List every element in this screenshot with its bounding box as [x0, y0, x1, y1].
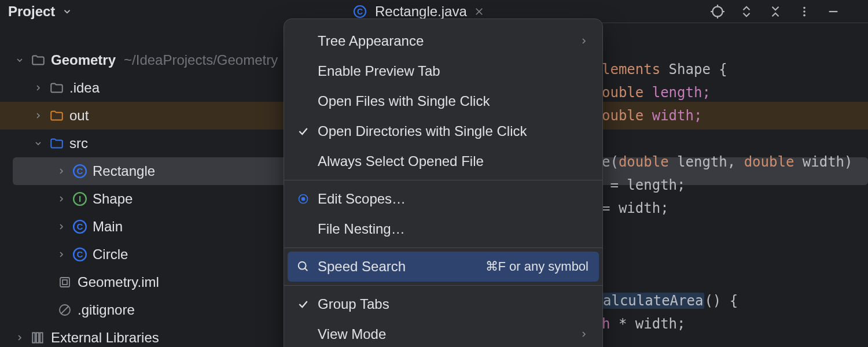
close-tab-icon[interactable] — [474, 6, 484, 17]
class-icon: C — [352, 3, 368, 20]
folder-source-icon — [49, 135, 65, 152]
menu-separator — [284, 248, 602, 248]
tree-item-label: src — [69, 135, 88, 152]
chevron-right-icon[interactable] — [56, 222, 67, 231]
chevron-right-icon[interactable] — [14, 333, 25, 342]
menu-label: Open Directories with Single Click — [318, 123, 589, 139]
chevron-down-icon[interactable] — [32, 139, 44, 148]
class-icon: C — [72, 163, 88, 179]
tree-item-label: Circle — [93, 246, 128, 263]
chevron-down-icon[interactable] — [62, 6, 72, 17]
menu-label: Always Select Opened File — [318, 153, 589, 169]
options-popup: Tree Appearance Enable Preview Tab Open … — [284, 19, 603, 347]
menu-label: File Nesting… — [318, 221, 589, 237]
menu-label: View Mode — [318, 326, 572, 342]
chevron-right-icon[interactable] — [32, 83, 44, 93]
menu-separator — [284, 180, 602, 180]
menu-always-select[interactable]: Always Select Opened File — [284, 146, 602, 176]
svg-text:C: C — [77, 249, 83, 259]
svg-rect-22 — [62, 280, 67, 285]
file-idea-icon — [57, 274, 73, 290]
menu-accelerator: ⌘F or any symbol — [486, 259, 589, 274]
svg-text:C: C — [357, 7, 363, 16]
chevron-right-icon[interactable] — [56, 167, 67, 176]
chevron-right-icon — [579, 330, 589, 339]
chevron-right-icon[interactable] — [56, 250, 67, 259]
svg-rect-26 — [36, 333, 39, 342]
svg-line-31 — [305, 268, 308, 271]
menu-label: Speed Search — [318, 259, 479, 275]
svg-point-29 — [301, 197, 306, 201]
chevron-right-icon — [579, 36, 589, 46]
folder-module-icon — [30, 52, 46, 68]
code-editor[interactable]: lements Shape { ouble length; ouble widt… — [602, 35, 868, 335]
tree-item-label: Rectangle — [93, 163, 155, 179]
svg-text:C: C — [77, 166, 83, 176]
menu-label: Enable Preview Tab — [318, 63, 589, 79]
menu-enable-preview[interactable]: Enable Preview Tab — [284, 56, 602, 86]
menu-separator — [284, 285, 602, 286]
tab-label[interactable]: Rectangle.java — [375, 3, 467, 20]
gitignore-icon — [57, 302, 73, 318]
menu-group-tabs[interactable]: Group Tabs — [284, 289, 602, 319]
menu-open-dirs-single[interactable]: Open Directories with Single Click — [284, 116, 602, 146]
chevron-right-icon[interactable] — [32, 111, 44, 120]
menu-open-files-single[interactable]: Open Files with Single Click — [284, 86, 602, 116]
toolbar-title[interactable]: Project — [8, 3, 55, 20]
menu-view-mode[interactable]: View Mode — [284, 319, 602, 347]
class-icon: C — [72, 219, 88, 235]
chevron-right-icon[interactable] — [56, 194, 67, 204]
folder-excluded-icon — [49, 108, 65, 124]
check-icon — [296, 298, 311, 310]
svg-line-24 — [61, 307, 68, 313]
svg-text:C: C — [77, 222, 83, 231]
chevron-down-icon[interactable] — [14, 56, 25, 65]
svg-text:I: I — [79, 194, 81, 204]
menu-file-nesting[interactable]: File Nesting… — [284, 214, 602, 244]
svg-point-30 — [299, 262, 306, 270]
radio-icon — [296, 193, 311, 205]
menu-label: Tree Appearance — [318, 33, 572, 49]
menu-tree-appearance[interactable]: Tree Appearance — [284, 26, 602, 56]
tree-item-label: Geometry.iml — [78, 274, 159, 290]
tree-item-label: .idea — [69, 80, 100, 96]
menu-label: Group Tabs — [318, 296, 589, 312]
svg-rect-27 — [40, 333, 42, 342]
tree-item-label: Geometry — [51, 52, 116, 68]
svg-rect-25 — [32, 333, 35, 342]
tree-item-label: External Libraries — [51, 330, 159, 346]
menu-label: Edit Scopes… — [318, 191, 589, 207]
menu-speed-search[interactable]: Speed Search ⌘F or any symbol — [288, 252, 599, 282]
library-icon — [30, 330, 46, 346]
tree-item-label: out — [69, 108, 89, 124]
folder-icon — [49, 80, 65, 96]
class-icon: C — [72, 246, 88, 263]
menu-edit-scopes[interactable]: Edit Scopes… — [284, 184, 602, 214]
interface-icon: I — [72, 191, 88, 207]
tree-item-label: Main — [93, 219, 123, 235]
tree-item-hint: ~/IdeaProjects/Geometry — [124, 52, 278, 68]
tree-item-label: .gitignore — [78, 302, 135, 318]
menu-label: Open Files with Single Click — [318, 93, 589, 109]
check-icon — [296, 125, 311, 137]
svg-rect-21 — [60, 278, 69, 287]
tree-item-label: Shape — [93, 191, 133, 207]
search-icon — [296, 260, 311, 273]
